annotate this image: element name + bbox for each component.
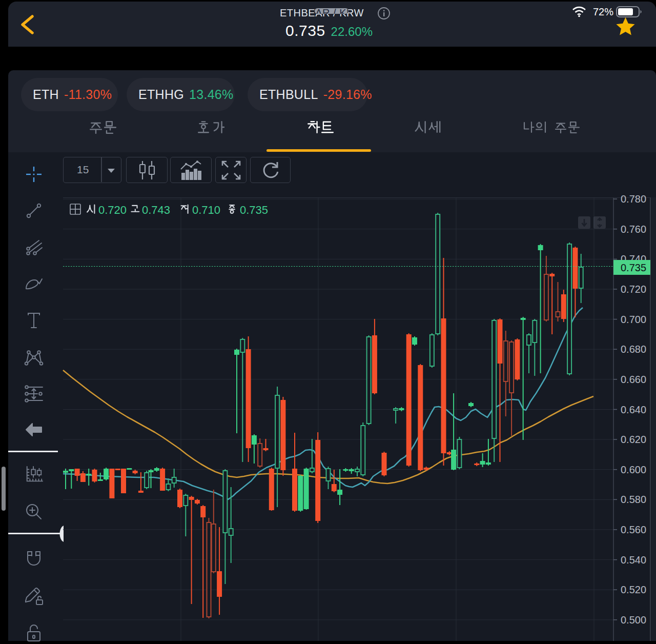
- svg-text:0.500: 0.500: [621, 614, 646, 626]
- svg-text:0.640: 0.640: [621, 404, 646, 415]
- svg-text:0.735: 0.735: [240, 204, 268, 216]
- svg-text:0.700: 0.700: [621, 314, 646, 325]
- svg-text:0.560: 0.560: [621, 524, 646, 535]
- svg-text:0.743: 0.743: [142, 204, 170, 216]
- svg-text:0.720: 0.720: [621, 284, 646, 295]
- svg-text:0.720: 0.720: [98, 204, 127, 216]
- svg-text:0.620: 0.620: [621, 434, 646, 445]
- svg-text:0.520: 0.520: [621, 584, 646, 595]
- svg-text:0.735: 0.735: [621, 262, 646, 273]
- svg-text:0.680: 0.680: [621, 344, 646, 355]
- svg-text:0.600: 0.600: [621, 464, 646, 475]
- svg-text:0.780: 0.780: [621, 193, 646, 205]
- svg-text:0.660: 0.660: [621, 374, 646, 385]
- svg-text:0.540: 0.540: [621, 554, 646, 566]
- svg-text:0.710: 0.710: [192, 204, 220, 216]
- svg-text:0.580: 0.580: [621, 494, 646, 505]
- svg-text:0.760: 0.760: [621, 224, 646, 235]
